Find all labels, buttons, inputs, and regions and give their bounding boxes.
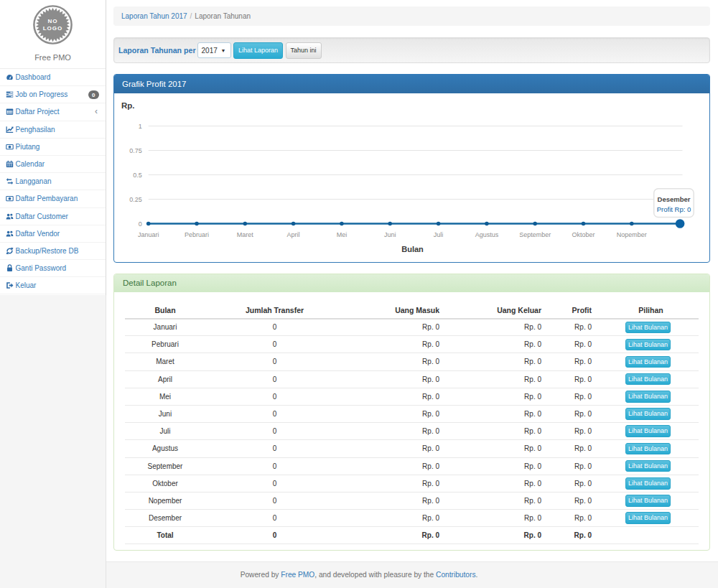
- svg-text:0.25: 0.25: [129, 196, 142, 203]
- svg-text:April: April: [287, 231, 300, 238]
- svg-text:NO: NO: [48, 18, 58, 24]
- svg-text:0.5: 0.5: [133, 172, 142, 179]
- svg-text:LOGO: LOGO: [43, 25, 63, 32]
- svg-text:Januari: Januari: [138, 231, 159, 238]
- svg-text:Maret: Maret: [237, 231, 254, 238]
- svg-text:Agustus: Agustus: [475, 231, 499, 238]
- svg-text:0.75: 0.75: [129, 147, 142, 154]
- svg-text:Juli: Juli: [434, 231, 444, 238]
- svg-text:Oktober: Oktober: [572, 231, 595, 238]
- svg-text:0: 0: [139, 220, 142, 228]
- svg-text:September: September: [519, 231, 551, 238]
- svg-text:Desember: Desember: [658, 195, 691, 203]
- svg-text:Juni: Juni: [384, 231, 396, 238]
- svg-text:Rp.: Rp.: [121, 101, 135, 110]
- svg-text:Mei: Mei: [337, 231, 348, 238]
- svg-text:Bulan: Bulan: [401, 245, 424, 253]
- svg-text:Nopember: Nopember: [617, 231, 647, 238]
- svg-text:Pebruari: Pebruari: [185, 231, 209, 238]
- svg-text:Profit Rp: 0: Profit Rp: 0: [657, 205, 691, 213]
- svg-text:1: 1: [139, 123, 142, 130]
